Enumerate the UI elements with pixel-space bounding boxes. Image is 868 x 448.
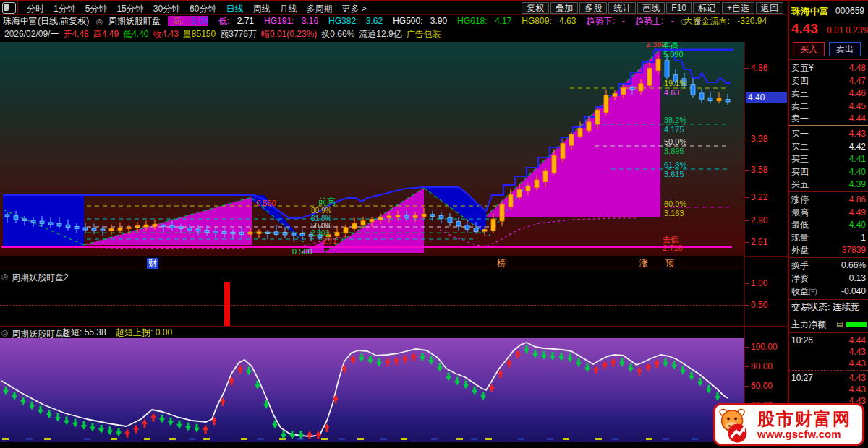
ask-row[interactable]: 卖三4.46 (789, 87, 868, 99)
menu-button-返回[interactable]: 返回 (756, 2, 783, 14)
menu-item-日线[interactable]: 日线 (226, 3, 243, 15)
indicator-panel-2[interactable]: ◎ 周期妖股盯盘2 (0, 270, 744, 327)
ask-row[interactable]: 卖四4.47 (789, 75, 868, 87)
axis-tick (745, 197, 749, 198)
title-stat: 高: 5.09 (168, 16, 208, 26)
menu-button-+自选[interactable]: +自选 (722, 2, 754, 14)
axis-tick (745, 366, 749, 367)
tick-row[interactable]: 4.43 (789, 346, 868, 358)
logo-url[interactable]: www.gscfw.com (757, 428, 851, 440)
chevron-down-icon[interactable]: ◎ (96, 17, 103, 25)
info-item: 幅0.01(0.23%) (261, 29, 317, 39)
ask-row[interactable]: 卖一4.44 (789, 113, 868, 124)
menu-button-画线[interactable]: 画线 (637, 2, 665, 14)
menu-button-多股[interactable]: 多股 (579, 2, 607, 14)
bid-row[interactable]: 买四4.40 (789, 166, 868, 178)
menu-item-更多 >[interactable]: 更多 > (341, 3, 366, 15)
app-window-icon[interactable] (2, 2, 16, 14)
stat-row[interactable]: 最低4.40 (789, 219, 868, 231)
menu-button-叠加[interactable]: 叠加 (550, 2, 578, 14)
main-net-label: 主力净额 (791, 319, 826, 330)
row-label: 卖一 (791, 113, 809, 124)
menu-right: 复权叠加多股统计画线F10标记+自选返回 (520, 2, 783, 14)
stock-name[interactable]: 珠海中富 (791, 5, 829, 18)
bid-row[interactable]: 买一4.43 (789, 128, 868, 139)
menu-button-复权[interactable]: 复权 (522, 2, 549, 14)
row-label: 卖三 (791, 87, 809, 99)
stat-row[interactable]: 外盘37839 (789, 244, 868, 256)
divider (789, 191, 868, 192)
signal-marker-涨[interactable]: 涨 (639, 258, 648, 269)
menu-button-统计[interactable]: 统计 (608, 2, 636, 14)
row-label: 买五 (791, 178, 809, 190)
stat-row[interactable]: 现量1 (789, 232, 868, 244)
menu-item-多周期[interactable]: 多周期 (306, 3, 332, 15)
stock-code: 000659 (835, 6, 864, 16)
logo-title: 股市财富网 (757, 410, 851, 428)
main-axis-label: 2.90 (751, 215, 767, 225)
stat-row[interactable]: 涨停4.86 (789, 194, 868, 205)
menu-item-15分钟[interactable]: 15分钟 (116, 3, 143, 15)
row-label: 卖二 (791, 100, 809, 112)
row-value: 4.44 (849, 113, 866, 124)
menu-item-60分钟[interactable]: 60分钟 (190, 3, 216, 15)
row-label: 现量 (791, 232, 809, 244)
row-label: 卖五¥ (791, 62, 814, 74)
bid-row[interactable]: 买三4.41 (789, 153, 868, 165)
tick-row[interactable]: 4.43 (789, 384, 868, 395)
svg-text:前高: 前高 (318, 197, 336, 207)
stat-value: 4.17 (495, 16, 511, 26)
stat-row[interactable]: 净资0.13 (789, 272, 868, 284)
row-value: 4.40 (849, 219, 866, 231)
stat-label: 趋势上: (635, 16, 666, 26)
stat-value: 3.16 (302, 16, 318, 26)
menu-item-1分钟[interactable]: 1分钟 (54, 3, 76, 15)
menu-item-月线[interactable]: 月线 (279, 3, 297, 15)
svg-text:61.8%: 61.8% (664, 160, 686, 169)
row-value: 4.41 (849, 153, 866, 165)
signal-marker-预[interactable]: 预 (665, 258, 674, 269)
menu-button-标记[interactable]: 标记 (693, 2, 720, 14)
menu-item-5分钟[interactable]: 5分钟 (85, 3, 108, 15)
signal-marker-财[interactable]: 财 (147, 258, 158, 269)
info-item: 高4.49 (93, 29, 119, 39)
row-label: 买二 (791, 141, 809, 152)
menu-item-分时[interactable]: 分时 (27, 3, 44, 15)
row-label: 收益㈢ (791, 285, 817, 297)
oscillator-chart[interactable] (0, 338, 744, 442)
title-corner-icons[interactable]: ◇◨ (673, 14, 701, 27)
corner-icon[interactable]: ◇ (680, 17, 686, 25)
indicator-panel-3[interactable]: ◎ 周期妖股盯盘3 超短: 55.38 超短上拐: 0.00 (0, 327, 744, 442)
buy-button[interactable]: 买入 (793, 42, 825, 56)
corner-icon[interactable]: ◨ (694, 17, 701, 25)
stat-value: 3.62 (366, 16, 383, 26)
tick-row[interactable]: 10:264.44 (789, 335, 868, 346)
collapse-icon[interactable]: ◎ (1, 328, 9, 337)
bid-row[interactable]: 买二4.42 (789, 141, 868, 152)
ask-row[interactable]: 卖二4.45 (789, 100, 868, 112)
row-value: 0.13 (849, 272, 866, 284)
stat-value: - (622, 16, 625, 26)
main-chart[interactable]: 2.380本高5.09019.1%4.6338.2%4.17550.0%3.89… (0, 42, 744, 256)
menu-button-F10[interactable]: F10 (666, 2, 692, 14)
bid-row[interactable]: 买五4.39 (789, 178, 868, 190)
tick-row[interactable]: 10:274.43 (789, 372, 868, 384)
stat2-label: 超短上拐: (116, 327, 153, 337)
stat-row[interactable]: 收益㈢-0.040 (789, 285, 868, 297)
axis-tick (745, 139, 749, 139)
menu-item-30分钟[interactable]: 30分钟 (153, 3, 180, 15)
signal-marker-榜[interactable]: 榜 (497, 258, 506, 269)
price-change: 0.01 (827, 25, 843, 35)
stat-row[interactable]: 最高4.49 (789, 207, 868, 218)
menu-item-周线[interactable]: 周线 (252, 3, 270, 15)
sell-button[interactable]: 卖出 (829, 42, 861, 56)
collapse-icon[interactable]: ◎ (1, 272, 9, 281)
stat-row[interactable]: 换手0.66% (789, 259, 868, 271)
row-label: 买一 (791, 128, 809, 139)
svg-text:80.9%: 80.9% (311, 207, 331, 215)
tick-row[interactable]: 4.43 (789, 358, 868, 369)
trade-status-row: 交易状态: 连续竞 (789, 301, 868, 313)
list-icon[interactable]: ▤ (836, 319, 843, 330)
ask-row[interactable]: 卖五¥4.48 (789, 62, 868, 74)
stat-label: HG191: (264, 16, 297, 26)
